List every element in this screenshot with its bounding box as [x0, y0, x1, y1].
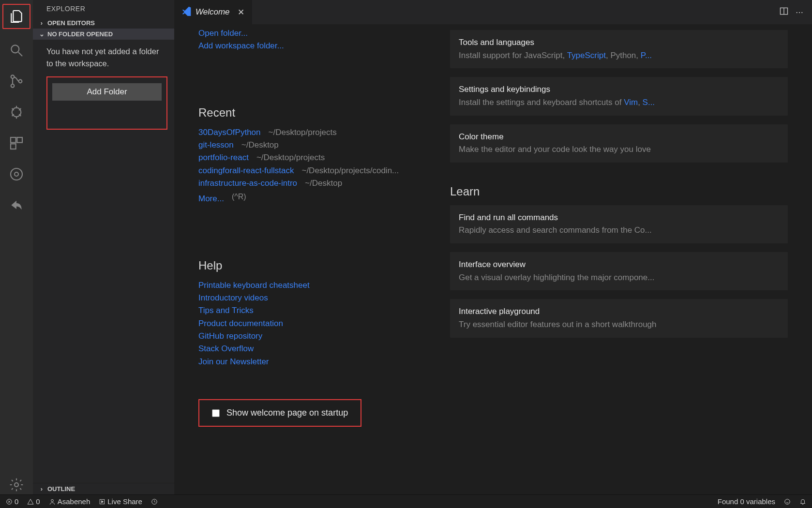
help-link[interactable]: Printable keyboard cheatsheet	[198, 279, 431, 292]
svg-point-9	[15, 172, 18, 176]
inline-link[interactable]: S...	[643, 98, 655, 107]
card-desc: Install the settings and keyboard shortc…	[459, 97, 779, 109]
status-variables[interactable]: Found 0 variables	[718, 497, 775, 506]
learn-card[interactable]: Interactive playgroundTry essential edit…	[450, 299, 788, 337]
svg-point-3	[19, 80, 22, 83]
tab-bar: Welcome ✕ ⋯	[174, 0, 812, 24]
recent-more[interactable]: More...	[198, 193, 224, 205]
sidebar-title: EXPLORER	[33, 0, 174, 17]
help-link[interactable]: Product documentation	[198, 317, 431, 330]
empty-workspace-message: You have not yet added a folder to the w…	[46, 45, 167, 70]
vscode-icon	[182, 6, 192, 18]
recent-more-key: (^R)	[232, 193, 246, 205]
recent-path: ~/Desktop/projects	[269, 126, 337, 139]
open-editors-header[interactable]: › OPEN EDITORS	[33, 17, 174, 29]
recent-item[interactable]: 30DaysOfPython~/Desktop/projects	[198, 126, 431, 139]
status-clock-icon[interactable]	[151, 498, 158, 505]
customize-card[interactable]: Color themeMake the editor and your code…	[450, 124, 788, 163]
recent-path: ~/Desktop	[241, 139, 279, 151]
start-add-workspace[interactable]: Add workspace folder...	[198, 40, 431, 52]
startup-checkbox-label: Show welcome page on startup	[226, 408, 348, 418]
card-title: Settings and keybindings	[459, 84, 779, 96]
gitlens-icon[interactable]	[7, 164, 26, 184]
chevron-down-icon: ⌄	[38, 30, 45, 38]
recent-name[interactable]: 30DaysOfPython	[198, 126, 261, 139]
inline-link[interactable]: TypeScript	[567, 51, 606, 60]
recent-path: ~/Desktop/projects/codin...	[301, 164, 399, 177]
help-link[interactable]: Join our Newsletter	[198, 356, 431, 368]
search-icon[interactable]	[7, 41, 26, 60]
no-folder-label: NO FOLDER OPENED	[47, 30, 113, 38]
learn-card[interactable]: Find and run all commandsRapidly access …	[450, 205, 788, 243]
help-link[interactable]: Introductory videos	[198, 292, 431, 304]
recent-name[interactable]: codingforall-react-fullstack	[198, 164, 294, 177]
svg-point-10	[15, 483, 18, 487]
help-link[interactable]: Tips and Tricks	[198, 304, 431, 317]
recent-path: ~/Desktop	[305, 177, 342, 190]
card-desc: Rapidly access and search commands from …	[459, 224, 779, 237]
debug-icon[interactable]	[7, 103, 26, 122]
split-editor-icon[interactable]	[779, 6, 789, 18]
svg-point-0	[11, 45, 19, 53]
recent-item[interactable]: git-lesson~/Desktop	[198, 139, 431, 151]
svg-rect-7	[11, 144, 16, 149]
activity-bar	[0, 0, 33, 494]
learn-heading: Learn	[450, 185, 788, 198]
status-bell-icon[interactable]	[799, 498, 806, 505]
start-open-folder[interactable]: Open folder...	[198, 27, 431, 40]
tab-title: Welcome	[195, 7, 230, 17]
sidebar: EXPLORER › OPEN EDITORS ⌄ NO FOLDER OPEN…	[33, 0, 174, 494]
add-folder-button[interactable]: Add Folder	[52, 83, 162, 101]
recent-name[interactable]: portfolio-react	[198, 151, 249, 164]
status-errors[interactable]: 0	[6, 497, 18, 506]
inline-link[interactable]: Vim	[624, 98, 638, 107]
outline-header[interactable]: › OUTLINE	[33, 483, 174, 494]
extensions-icon[interactable]	[7, 134, 26, 153]
help-link[interactable]: Stack Overflow	[198, 343, 431, 355]
tab-welcome[interactable]: Welcome ✕	[174, 0, 253, 24]
status-warnings[interactable]: 0	[27, 497, 40, 506]
chevron-right-icon: ›	[38, 485, 45, 493]
card-title: Interface overview	[459, 259, 779, 271]
card-title: Tools and languages	[459, 37, 779, 49]
customize-card[interactable]: Settings and keybindingsInstall the sett…	[450, 77, 788, 115]
card-desc: Make the editor and your code look the w…	[459, 144, 779, 156]
card-title: Color theme	[459, 131, 779, 143]
settings-gear-icon[interactable]	[7, 475, 26, 494]
recent-name[interactable]: git-lesson	[198, 139, 234, 151]
startup-checkbox[interactable]	[212, 409, 220, 417]
add-folder-highlight: Add Folder	[46, 76, 167, 130]
svg-rect-5	[11, 137, 16, 143]
svg-rect-6	[17, 137, 22, 143]
svg-point-16	[785, 499, 790, 504]
card-title: Interactive playground	[459, 306, 779, 318]
status-liveshare[interactable]: Live Share	[99, 497, 142, 506]
explorer-icon[interactable]	[2, 4, 30, 29]
recent-item[interactable]: infrastructure-as-code-intro~/Desktop	[198, 177, 431, 190]
no-folder-header[interactable]: ⌄ NO FOLDER OPENED	[33, 29, 174, 40]
source-control-icon[interactable]	[7, 72, 26, 91]
inline-link[interactable]: P...	[641, 51, 652, 60]
svg-point-13	[51, 499, 53, 502]
learn-card[interactable]: Interface overviewGet a visual overlay h…	[450, 252, 788, 290]
recent-item[interactable]: portfolio-react~/Desktop/projects	[198, 151, 431, 164]
card-desc: Install support for JavaScript, TypeScri…	[459, 50, 779, 62]
status-user[interactable]: Asabeneh	[49, 497, 90, 506]
startup-checkbox-row[interactable]: Show welcome page on startup	[198, 399, 361, 427]
recent-name[interactable]: infrastructure-as-code-intro	[198, 177, 297, 190]
recent-path: ~/Desktop/projects	[256, 151, 325, 164]
customize-card[interactable]: Tools and languagesInstall support for J…	[450, 30, 788, 68]
help-link[interactable]: GitHub repository	[198, 330, 431, 343]
svg-point-1	[11, 75, 15, 78]
status-feedback-icon[interactable]	[784, 498, 791, 505]
recent-item[interactable]: codingforall-react-fullstack~/Desktop/pr…	[198, 164, 431, 177]
close-tab-icon[interactable]: ✕	[238, 7, 244, 17]
more-actions-icon[interactable]: ⋯	[796, 8, 803, 17]
liveshare-icon[interactable]	[7, 195, 26, 215]
outline-label: OUTLINE	[47, 485, 75, 493]
recent-heading: Recent	[198, 106, 431, 120]
chevron-right-icon: ›	[38, 19, 45, 27]
card-desc: Get a visual overlay highlighting the ma…	[459, 272, 779, 284]
svg-point-2	[11, 84, 15, 88]
card-desc: Try essential editor features out in a s…	[459, 319, 779, 331]
